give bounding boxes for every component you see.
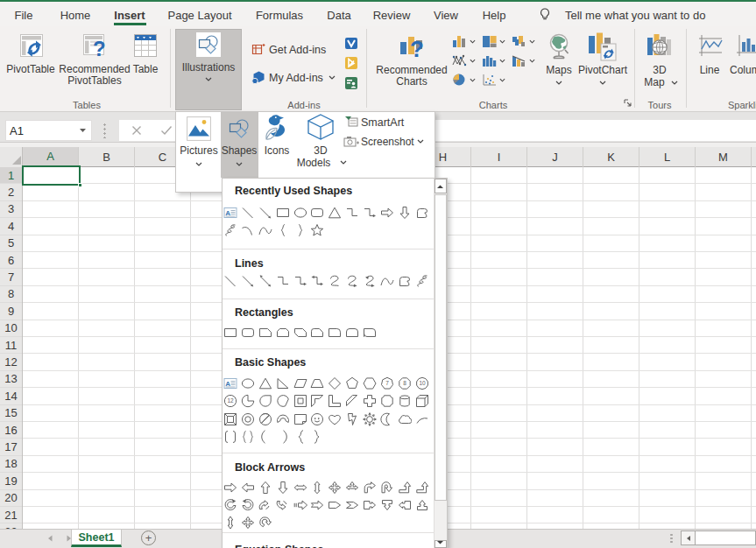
svg-text:?: ?: [93, 37, 106, 58]
svg-text:10: 10: [419, 380, 426, 386]
svg-text:7: 7: [385, 380, 389, 386]
svg-text:?: ?: [410, 36, 424, 61]
svg-text:12: 12: [227, 397, 234, 404]
svg-text:A: A: [225, 380, 230, 388]
svg-text:8: 8: [403, 380, 406, 386]
svg-text:A: A: [225, 208, 230, 216]
